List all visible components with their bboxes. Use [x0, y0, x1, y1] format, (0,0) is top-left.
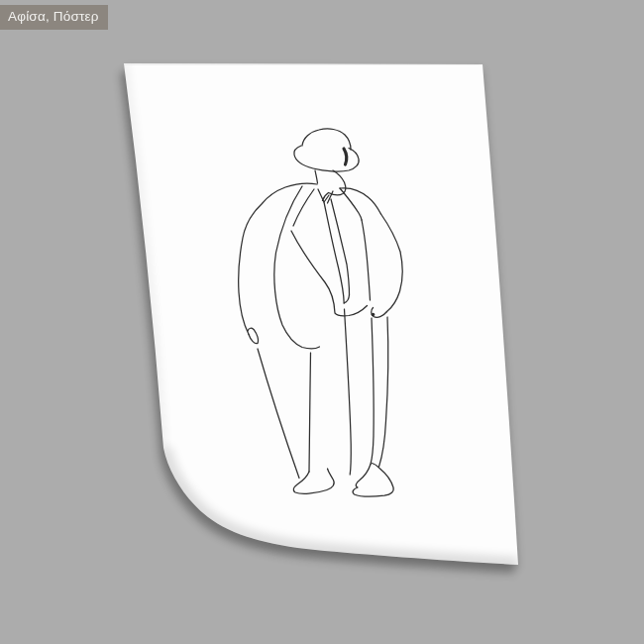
poster-scene-graphic [0, 0, 644, 644]
product-image: { "badge": { "label": "Αφίσα, Πόστερ" },… [0, 0, 644, 644]
poster-mockup-scene: Αφίσα, Πόστερ [0, 0, 644, 644]
thumb-mark [372, 313, 376, 317]
category-label: Αφίσα, Πόστερ [0, 5, 108, 30]
